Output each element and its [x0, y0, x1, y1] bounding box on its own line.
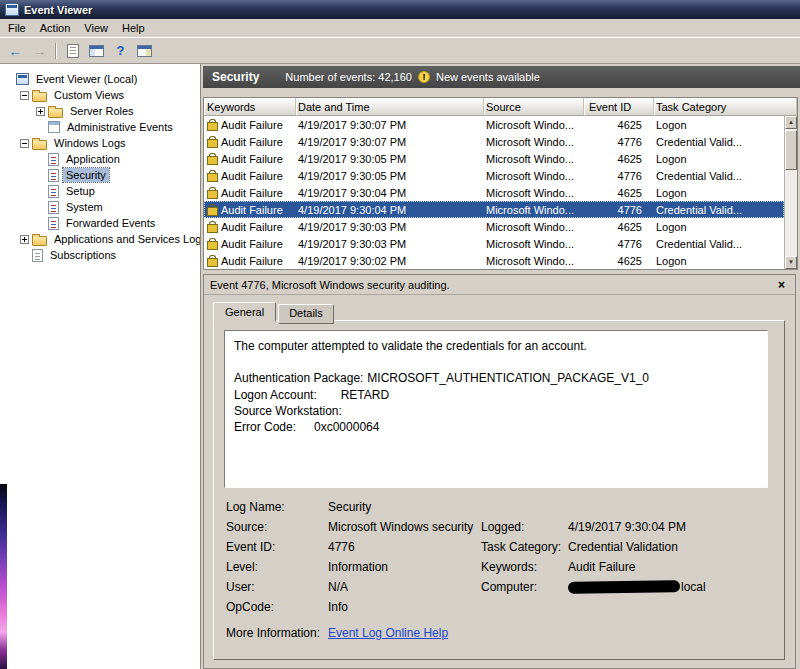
console-tree-panel: Event Viewer (Local)Custom ViewsServer R…	[0, 64, 201, 669]
tree-item-applications-and-services-logs[interactable]: Applications and Services Logs	[0, 231, 200, 247]
tree-item-subscriptions[interactable]: Subscriptions	[0, 247, 200, 263]
scroll-down-button[interactable]: ▼	[785, 256, 797, 269]
console-tree-toggle-button[interactable]	[85, 40, 108, 61]
folder-icon	[32, 140, 47, 150]
property-label: More Information:	[226, 626, 320, 640]
date-time-cell: 4/19/2017 9:30:03 PM	[296, 238, 484, 250]
tree-item-label: Event Viewer (Local)	[33, 72, 140, 86]
vertical-scrollbar[interactable]: ▲ ▼	[784, 116, 797, 269]
menu-help[interactable]: Help	[115, 20, 152, 36]
expand-icon[interactable]	[20, 235, 29, 244]
folder-icon	[32, 236, 47, 246]
event-row[interactable]: Audit Failure4/19/2017 9:30:07 PMMicroso…	[204, 116, 784, 133]
log-icon	[48, 185, 59, 198]
tree-item-label: Application	[63, 152, 123, 166]
toolbar-separator	[55, 43, 57, 59]
event-row[interactable]: Audit Failure4/19/2017 9:30:02 PMMicroso…	[204, 252, 784, 269]
tree-item-setup[interactable]: Setup	[0, 183, 200, 199]
audit-failure-lock-icon	[207, 153, 217, 165]
event-log-online-help-link[interactable]: Event Log Online Help	[328, 626, 448, 640]
collapse-icon[interactable]	[20, 91, 29, 100]
event-row[interactable]: Audit Failure4/19/2017 9:30:03 PMMicroso…	[204, 218, 784, 235]
collapse-icon[interactable]	[20, 139, 29, 148]
menu-action[interactable]: Action	[33, 20, 78, 36]
event-viewer-window: Event Viewer FileActionViewHelp ←→? Even…	[0, 0, 800, 669]
keywords-cell: Audit Failure	[204, 119, 296, 131]
export-list-button[interactable]	[61, 40, 84, 61]
column-header-keywords[interactable]: Keywords	[204, 98, 296, 115]
property-label: Computer:	[481, 580, 537, 594]
keywords-cell: Audit Failure	[204, 153, 296, 165]
tree-item-event-viewer-local[interactable]: Event Viewer (Local)	[0, 71, 200, 87]
keywords-text: Audit Failure	[221, 204, 283, 216]
column-header-date-and-time[interactable]: Date and Time	[296, 98, 484, 115]
task-category-cell: Credential Valid...	[654, 204, 784, 216]
event-row[interactable]: Audit Failure4/19/2017 9:30:03 PMMicroso…	[204, 235, 784, 252]
event-row[interactable]: Audit Failure4/19/2017 9:30:05 PMMicroso…	[204, 167, 784, 184]
action-pane-toggle-button[interactable]	[133, 40, 156, 61]
date-time-cell: 4/19/2017 9:30:02 PM	[296, 255, 484, 267]
toolbar: ←→?	[0, 38, 800, 64]
date-time-cell: 4/19/2017 9:30:04 PM	[296, 187, 484, 199]
tree-item-label: Administrative Events	[64, 120, 176, 134]
scrollbar-thumb[interactable]	[785, 130, 797, 170]
event-row[interactable]: Audit Failure4/19/2017 9:30:05 PMMicroso…	[204, 150, 784, 167]
tree-item-security[interactable]: Security	[0, 167, 200, 183]
property-value: Security	[328, 500, 371, 514]
event-id-cell: 4625	[584, 187, 654, 199]
property-value: Information	[328, 560, 388, 574]
close-preview-button[interactable]: ×	[774, 278, 789, 292]
event-id-cell: 4625	[584, 119, 654, 131]
event-row[interactable]: Audit Failure4/19/2017 9:30:04 PMMicroso…	[204, 201, 784, 218]
table-header: KeywordsDate and TimeSourceEvent IDTask …	[204, 98, 797, 116]
source-cell: Microsoft Windo...	[484, 255, 584, 267]
property-label: Level:	[226, 560, 258, 574]
property-label: User:	[226, 580, 255, 594]
audit-failure-lock-icon	[207, 187, 217, 199]
column-header-event-id[interactable]: Event ID	[584, 98, 654, 115]
tree-item-label: Security	[63, 168, 109, 182]
expand-icon[interactable]	[36, 107, 45, 116]
tree-item-system[interactable]: System	[0, 199, 200, 215]
tree-item-server-roles[interactable]: Server Roles	[0, 103, 200, 119]
tree-item-forwarded-events[interactable]: Forwarded Events	[0, 215, 200, 231]
task-category-cell: Credential Valid...	[654, 238, 784, 250]
app-icon[interactable]	[5, 3, 19, 16]
title-bar[interactable]: Event Viewer	[0, 0, 800, 19]
menu-view[interactable]: View	[77, 20, 115, 36]
column-header-task-category[interactable]: Task Category	[654, 98, 797, 115]
event-row[interactable]: Audit Failure4/19/2017 9:30:07 PMMicroso…	[204, 133, 784, 150]
tab-general[interactable]: General	[213, 302, 276, 322]
event-description-box[interactable]: The computer attempted to validate the c…	[224, 330, 768, 488]
keywords-text: Audit Failure	[221, 153, 283, 165]
expander-spacer	[20, 251, 29, 260]
event-row[interactable]: Audit Failure4/19/2017 9:30:04 PMMicroso…	[204, 184, 784, 201]
back-button[interactable]: ←	[4, 40, 27, 61]
property-row: OpCode:Info	[224, 600, 774, 620]
help-button[interactable]: ?	[109, 40, 132, 61]
property-row: More Information:Event Log Online Help	[224, 626, 774, 646]
source-cell: Microsoft Windo...	[484, 204, 584, 216]
scroll-up-button[interactable]: ▲	[785, 116, 797, 129]
property-row: Log Name:Security	[224, 500, 774, 520]
date-time-cell: 4/19/2017 9:30:07 PM	[296, 119, 484, 131]
expander-spacer	[36, 123, 45, 132]
expander-spacer	[4, 75, 13, 84]
keywords-text: Audit Failure	[221, 119, 283, 131]
property-row: Event ID:4776Task Category:Credential Va…	[224, 540, 774, 560]
forward-arrow-icon: →	[33, 44, 47, 58]
tab-details[interactable]: Details	[278, 304, 334, 324]
property-value: Credential Validation	[568, 540, 678, 554]
tree-item-custom-views[interactable]: Custom Views	[0, 87, 200, 103]
tree-item-application[interactable]: Application	[0, 151, 200, 167]
expander-spacer	[36, 203, 45, 212]
keywords-text: Audit Failure	[221, 255, 283, 267]
task-category-cell: Logon	[654, 187, 784, 199]
tree-item-label: System	[63, 200, 106, 214]
source-cell: Microsoft Windo...	[484, 170, 584, 182]
column-header-source[interactable]: Source	[484, 98, 584, 115]
tree-item-windows-logs[interactable]: Windows Logs	[0, 135, 200, 151]
menu-file[interactable]: File	[1, 20, 33, 36]
tree-item-administrative-events[interactable]: Administrative Events	[0, 119, 200, 135]
tree-item-label: Custom Views	[51, 88, 127, 102]
